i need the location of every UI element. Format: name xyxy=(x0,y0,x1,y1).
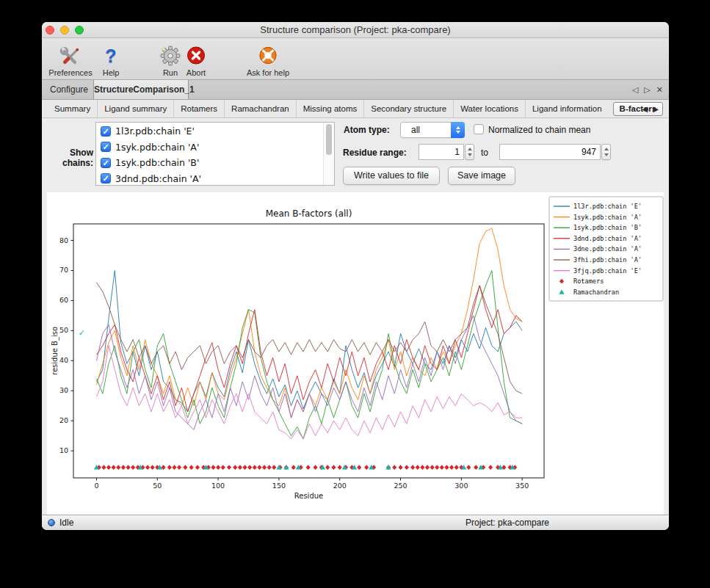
help-button[interactable]: ? Help xyxy=(98,40,124,77)
svg-text:3fjq.pdb:chain 'E': 3fjq.pdb:chain 'E' xyxy=(573,267,642,275)
tool-label: Preferences xyxy=(48,68,92,77)
tab-scroll-right-icon[interactable]: ▷ xyxy=(644,85,650,95)
normalized-label: Normalized to chain mean xyxy=(488,125,590,135)
atom-type-label: Atom type: xyxy=(344,125,390,135)
subtab-missing-atoms[interactable]: Missing atoms xyxy=(296,100,364,117)
ask-for-help-button[interactable]: Ask for help xyxy=(239,40,297,77)
lifebuoy-icon xyxy=(257,44,279,68)
bfactor-chart: 0501001502002503003501020304050607080Mea… xyxy=(47,192,664,515)
chain-label: 1syk.pdb:chain 'A' xyxy=(115,142,199,153)
svg-text:300: 300 xyxy=(454,482,468,490)
residue-from-field[interactable]: 1 xyxy=(419,144,464,160)
chain-label: 3dnd.pdb:chain 'A' xyxy=(115,173,201,184)
subtab-scroll-right-icon[interactable]: ▶ xyxy=(653,105,659,113)
chains-scrollbar[interactable] xyxy=(323,123,334,185)
svg-text:0: 0 xyxy=(94,482,98,490)
svg-text:60: 60 xyxy=(59,296,68,304)
normalized-checkbox[interactable] xyxy=(474,124,484,134)
chain-row[interactable]: ✓1l3r.pdb:chain 'E' xyxy=(96,123,323,139)
svg-text:1syk.pdb:chain 'A': 1syk.pdb:chain 'A' xyxy=(573,214,642,221)
tab-bar: Configure StructureComparison_1 ◁ ▷ ✕ xyxy=(42,80,669,100)
preferences-button[interactable]: Preferences xyxy=(46,40,95,77)
app-window: Structure comparison (Project: pka-compa… xyxy=(42,22,669,530)
chain-checkbox[interactable]: ✓ xyxy=(101,142,111,152)
tab-scroll-left-icon[interactable]: ◁ xyxy=(632,85,638,95)
atom-type-value: all xyxy=(411,123,420,137)
atom-type-select[interactable]: all xyxy=(400,122,465,138)
svg-text:Mean B-factors (all): Mean B-factors (all) xyxy=(266,208,352,219)
svg-text:200: 200 xyxy=(333,482,347,490)
svg-text:250: 250 xyxy=(394,482,407,490)
svg-text:100: 100 xyxy=(211,482,225,490)
subtab-rotamers[interactable]: Rotamers xyxy=(173,100,224,117)
subtab-ligand-information[interactable]: Ligand information xyxy=(525,100,609,117)
residue-from-stepper[interactable] xyxy=(465,144,474,160)
status-text: Idle xyxy=(59,515,73,530)
tool-label: Ask for help xyxy=(247,68,289,77)
popup-arrows-icon xyxy=(451,122,465,138)
residue-to-field[interactable]: 947 xyxy=(499,144,601,160)
status-bar: Idle Project: pka-compare xyxy=(42,515,669,530)
svg-text:3dne.pdb:chain 'A': 3dne.pdb:chain 'A' xyxy=(573,245,642,253)
status-indicator-icon xyxy=(48,519,55,526)
tab-structure-comparison[interactable]: StructureComparison_1 xyxy=(93,80,189,99)
svg-text:20: 20 xyxy=(59,416,68,424)
subtab-ramachandran[interactable]: Ramachandran xyxy=(224,100,296,117)
bfactor-plot-panel: 0501001502002503003501020304050607080Mea… xyxy=(47,192,664,515)
svg-text:40: 40 xyxy=(59,356,68,364)
svg-text:30: 30 xyxy=(59,386,68,394)
svg-text:1l3r.pdb:chain 'E': 1l3r.pdb:chain 'E' xyxy=(573,203,642,210)
tool-label: Run xyxy=(163,68,178,77)
subtab-ligand-summary[interactable]: Ligand summary xyxy=(97,100,173,117)
svg-text:3fhi.pdb:chain 'A': 3fhi.pdb:chain 'A' xyxy=(573,256,642,264)
svg-text:10: 10 xyxy=(59,446,68,454)
chains-listbox[interactable]: ✓1l3r.pdb:chain 'E'✓1syk.pdb:chain 'A'✓1… xyxy=(95,122,335,186)
to-label: to xyxy=(481,148,488,158)
svg-text:80: 80 xyxy=(59,236,68,244)
residue-to-stepper[interactable] xyxy=(601,144,611,160)
chain-checkbox[interactable]: ✓ xyxy=(101,173,111,184)
tool-label: Help xyxy=(103,68,120,77)
subtab-bar: Summary Ligand summary Rotamers Ramachan… xyxy=(42,100,669,118)
svg-text:350: 350 xyxy=(515,482,529,490)
write-values-button[interactable]: Write values to file xyxy=(343,167,440,185)
chain-row[interactable]: ✓3dnd.pdb:chain 'A' xyxy=(96,171,323,186)
chain-checkbox[interactable]: ✓ xyxy=(101,126,111,137)
desktop-background: Structure comparison (Project: pka-compa… xyxy=(0,0,710,588)
gear-icon xyxy=(159,44,181,68)
tools-icon xyxy=(59,44,81,68)
subtab-water-locations[interactable]: Water locations xyxy=(453,100,525,117)
show-chains-label: Show chains: xyxy=(42,148,93,168)
tab-configure[interactable]: Configure xyxy=(46,80,92,99)
subtab-summary[interactable]: Summary xyxy=(48,100,97,117)
chain-label: 1syk.pdb:chain 'B' xyxy=(115,157,199,168)
subtab-scroll-left-icon[interactable]: ◀ xyxy=(642,105,648,113)
chain-row[interactable]: ✓1syk.pdb:chain 'B' xyxy=(96,155,323,171)
toolbar: Preferences ? Help xyxy=(42,38,669,80)
svg-text:70: 70 xyxy=(59,266,68,274)
abort-icon xyxy=(185,44,207,68)
project-label: Project: pka-compare xyxy=(466,515,549,530)
chain-row[interactable]: ✓1syk.pdb:chain 'A' xyxy=(96,139,323,156)
tab-close-icon[interactable]: ✕ xyxy=(656,85,663,95)
svg-text:50: 50 xyxy=(59,326,68,334)
chain-checkbox[interactable]: ✓ xyxy=(101,158,111,168)
svg-text:Rotamers: Rotamers xyxy=(573,277,604,285)
save-image-button[interactable]: Save image xyxy=(448,167,515,185)
svg-text:50: 50 xyxy=(153,482,162,490)
question-icon: ? xyxy=(105,44,116,68)
svg-text:1syk.pdb:chain 'B': 1syk.pdb:chain 'B' xyxy=(573,224,642,231)
svg-text:✓: ✓ xyxy=(79,328,85,338)
svg-text:Residue: Residue xyxy=(294,492,323,500)
title-bar[interactable]: Structure comparison (Project: pka-compa… xyxy=(42,22,669,38)
chains-scrollbar-thumb[interactable] xyxy=(326,124,332,155)
svg-text:3dnd.pdb:chain 'A': 3dnd.pdb:chain 'A' xyxy=(573,235,642,242)
abort-button[interactable]: Abort xyxy=(181,40,211,77)
chain-label: 1l3r.pdb:chain 'E' xyxy=(115,126,195,137)
tool-label: Abort xyxy=(186,68,206,77)
subtab-secondary-structure[interactable]: Secondary structure xyxy=(363,100,453,117)
svg-text:Ramachandran: Ramachandran xyxy=(573,288,619,296)
svg-text:residue B_iso: residue B_iso xyxy=(51,327,59,375)
svg-text:150: 150 xyxy=(272,482,286,490)
window-title: Structure comparison (Project: pka-compa… xyxy=(42,22,669,37)
